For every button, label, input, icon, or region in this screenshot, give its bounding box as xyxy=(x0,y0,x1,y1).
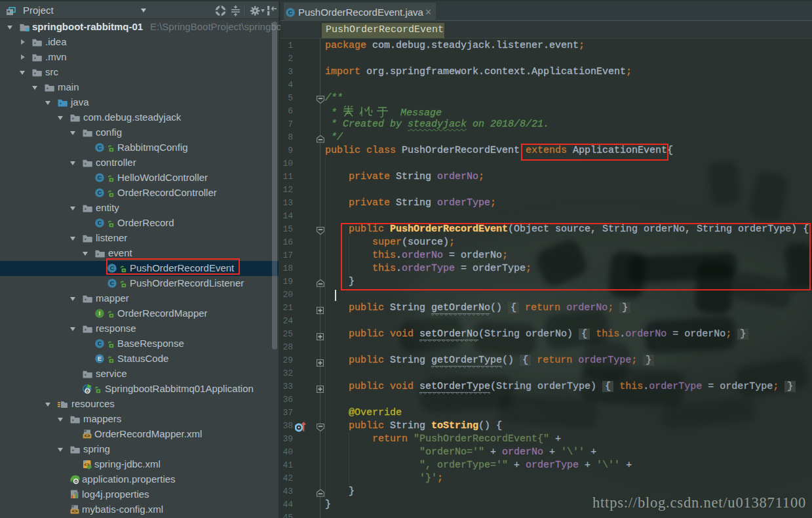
svg-text:C: C xyxy=(288,9,293,16)
svg-text:<>: <> xyxy=(71,509,78,514)
svg-text:C: C xyxy=(98,174,102,181)
svg-text:E: E xyxy=(98,355,102,362)
svg-text:C: C xyxy=(110,280,115,287)
svg-text:I: I xyxy=(99,310,101,317)
svg-text:C: C xyxy=(98,340,102,347)
svg-text:<>: <> xyxy=(84,433,90,439)
svg-text:C: C xyxy=(98,144,102,151)
svg-text:C: C xyxy=(98,220,102,226)
svg-text:C: C xyxy=(98,189,102,196)
